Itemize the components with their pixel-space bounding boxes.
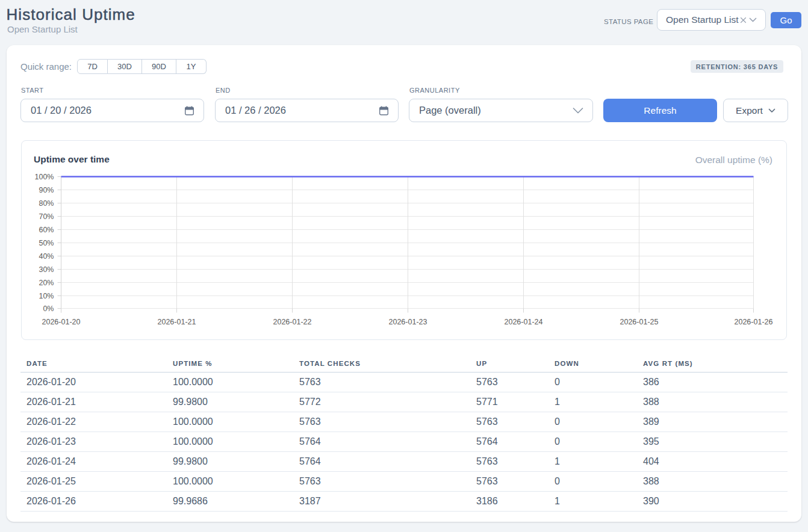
svg-text:10%: 10% <box>39 292 54 300</box>
svg-text:2026-01-26: 2026-01-26 <box>735 318 773 326</box>
svg-text:2026-01-20: 2026-01-20 <box>42 318 81 326</box>
svg-text:2026-01-23: 2026-01-23 <box>389 318 427 326</box>
svg-text:50%: 50% <box>39 239 54 247</box>
svg-text:2026-01-21: 2026-01-21 <box>158 318 196 326</box>
svg-text:40%: 40% <box>39 252 54 261</box>
svg-text:100%: 100% <box>35 173 54 181</box>
svg-text:30%: 30% <box>39 265 54 274</box>
svg-text:70%: 70% <box>39 212 54 221</box>
svg-text:80%: 80% <box>39 199 54 208</box>
svg-text:2026-01-22: 2026-01-22 <box>273 318 312 326</box>
svg-text:2026-01-25: 2026-01-25 <box>620 318 659 326</box>
svg-text:2026-01-24: 2026-01-24 <box>505 318 543 326</box>
svg-text:90%: 90% <box>39 186 54 194</box>
svg-text:60%: 60% <box>39 226 54 234</box>
svg-text:20%: 20% <box>39 279 54 287</box>
svg-text:0%: 0% <box>43 305 54 313</box>
